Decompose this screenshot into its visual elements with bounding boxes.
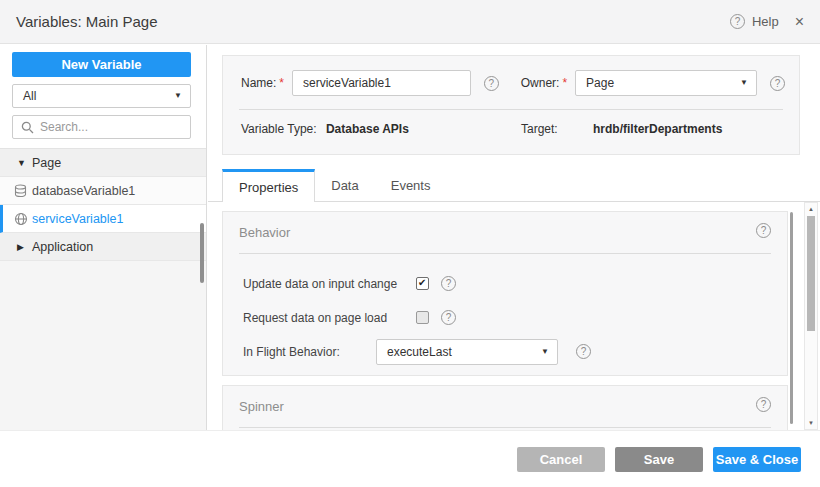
update-data-on-input-change-label: Update data on input change xyxy=(243,267,397,301)
chevron-down-icon: ▼ xyxy=(174,85,182,107)
database-variable-icon xyxy=(14,184,27,198)
tree-node-page[interactable]: ▼ Page xyxy=(0,149,206,177)
update-data-on-input-change-checkbox[interactable] xyxy=(416,277,429,290)
in-flight-help-icon[interactable]: ? xyxy=(576,344,591,359)
variable-detail-pane: Name: * ? Owner: * Page ▼ ? Variable Typ… xyxy=(208,45,820,430)
variable-type-label: Variable Type: xyxy=(241,122,317,136)
tab-data[interactable]: Data xyxy=(315,169,374,201)
tree-node-label: serviceVariable1 xyxy=(32,212,123,226)
cancel-button[interactable]: Cancel xyxy=(517,447,605,472)
dialog-header: Variables: Main Page ? Help × xyxy=(0,0,820,44)
property-row: Request data on page load ? xyxy=(243,301,787,335)
request-data-help-icon[interactable]: ? xyxy=(441,310,456,325)
tree-node-label: databaseVariable1 xyxy=(32,184,135,198)
property-row: Update data on input change ? xyxy=(243,267,787,301)
tree-node-application[interactable]: ▶ Application xyxy=(0,233,206,261)
caret-right-icon[interactable]: ▶ xyxy=(17,242,24,252)
in-flight-behavior-label: In Flight Behavior: xyxy=(243,335,340,369)
variables-tree: ▼ Page databaseVariable1 serviceVariable… xyxy=(0,148,206,430)
spinner-title: Spinner xyxy=(239,399,284,414)
owner-help-icon[interactable]: ? xyxy=(770,76,785,91)
scroll-down-icon[interactable]: ▼ xyxy=(805,420,817,426)
owner-selected-value: Page xyxy=(586,76,614,90)
chevron-down-icon: ▼ xyxy=(740,71,748,95)
close-icon[interactable]: × xyxy=(795,13,804,31)
spinner-section-header: Spinner ? xyxy=(239,399,771,428)
behavior-title: Behavior xyxy=(239,225,290,240)
save-and-close-button[interactable]: Save & Close xyxy=(713,447,801,472)
owner-label: Owner: xyxy=(521,76,560,90)
properties-scrollbar[interactable]: ▲ ▼ xyxy=(804,202,818,430)
property-row: In Flight Behavior: executeLast ▼ ? xyxy=(243,335,787,369)
properties-tab-content: Behavior ? Update data on input change ?… xyxy=(208,202,820,430)
type-target-row: Variable Type: Database APIs Target: hrd… xyxy=(241,122,783,137)
caret-down-icon[interactable]: ▼ xyxy=(17,158,26,168)
request-data-on-page-load-label: Request data on page load xyxy=(243,301,387,335)
chevron-down-icon: ▼ xyxy=(541,340,549,364)
dialog-footer: Cancel Save Save & Close xyxy=(0,430,820,487)
behavior-section: Behavior ? Update data on input change ?… xyxy=(222,211,788,376)
service-variable-icon xyxy=(14,212,28,226)
behavior-section-header: Behavior ? xyxy=(239,225,771,254)
tree-node-label: Page xyxy=(32,156,61,170)
request-data-on-page-load-checkbox[interactable] xyxy=(416,311,429,324)
sidebar-scrollbar-thumb[interactable] xyxy=(200,223,204,283)
target-value: hrdb/filterDepartments xyxy=(593,122,722,136)
search-placeholder: Search... xyxy=(40,120,88,134)
spinner-section: Spinner ? xyxy=(222,385,788,430)
header-actions: ? Help × xyxy=(730,13,804,31)
name-field[interactable] xyxy=(292,70,471,96)
tab-properties[interactable]: Properties xyxy=(222,169,315,202)
variable-summary-panel: Name: * ? Owner: * Page ▼ ? Variable Typ… xyxy=(222,55,800,155)
scrollbar-thumb[interactable] xyxy=(807,216,815,331)
update-data-help-icon[interactable]: ? xyxy=(441,276,456,291)
scroll-up-icon[interactable]: ▲ xyxy=(805,206,817,212)
search-input[interactable]: Search... xyxy=(12,115,191,139)
variable-filter-select[interactable]: All ▼ xyxy=(12,84,191,108)
tree-node-servicevariable1[interactable]: serviceVariable1 xyxy=(0,205,206,233)
help-icon[interactable]: ? xyxy=(730,14,745,29)
required-marker: * xyxy=(279,76,284,90)
spinner-help-icon[interactable]: ? xyxy=(756,397,771,412)
save-button[interactable]: Save xyxy=(615,447,703,472)
tab-events[interactable]: Events xyxy=(375,169,447,201)
in-flight-behavior-select[interactable]: executeLast ▼ xyxy=(376,339,558,365)
variable-type-value: Database APIs xyxy=(326,122,409,136)
filter-selected-value: All xyxy=(23,89,36,103)
name-owner-row: Name: * ? Owner: * Page ▼ ? xyxy=(241,70,785,96)
in-flight-selected-value: executeLast xyxy=(387,345,452,359)
new-variable-button[interactable]: New Variable xyxy=(12,52,191,77)
variables-sidebar: New Variable All ▼ Search... ▼ Page data… xyxy=(0,45,207,430)
detail-tabs: Properties Data Events xyxy=(208,169,820,202)
behavior-help-icon[interactable]: ? xyxy=(756,223,771,238)
name-label: Name: xyxy=(241,76,276,90)
help-link[interactable]: Help xyxy=(752,14,779,29)
owner-select[interactable]: Page ▼ xyxy=(575,70,757,96)
inner-scrollbar-thumb[interactable] xyxy=(790,212,793,424)
target-label: Target: xyxy=(521,122,558,136)
tree-node-label: Application xyxy=(32,240,93,254)
search-icon xyxy=(21,121,34,134)
required-marker: * xyxy=(562,76,567,90)
name-help-icon[interactable]: ? xyxy=(484,76,499,91)
divider xyxy=(239,109,783,110)
tree-node-databasevariable1[interactable]: databaseVariable1 xyxy=(0,177,206,205)
page-title: Variables: Main Page xyxy=(16,13,157,30)
